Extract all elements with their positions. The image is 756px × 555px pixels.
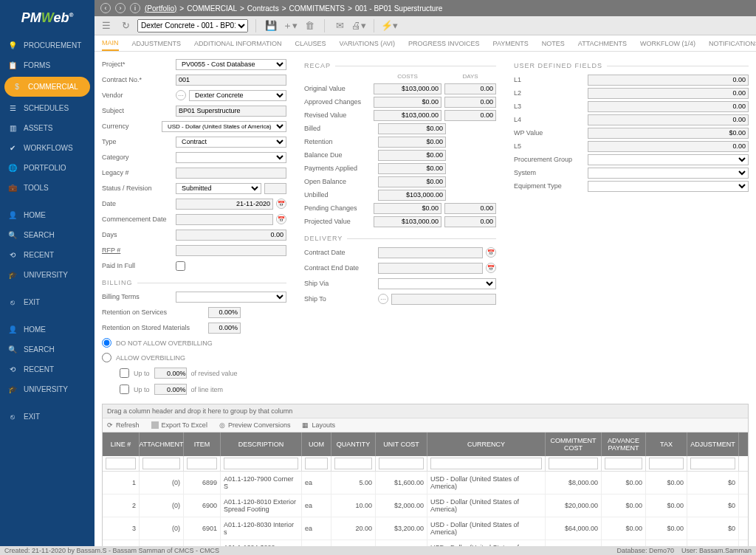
billingterms-field[interactable] xyxy=(176,292,286,303)
grid-layouts[interactable]: ▦ Layouts xyxy=(302,421,335,429)
paidinfull-checkbox[interactable] xyxy=(176,261,185,271)
grid-refresh[interactable]: ⟳ Refresh xyxy=(107,421,140,429)
grid-preview[interactable]: ◎ Preview Conversions xyxy=(219,421,291,429)
sidebar-item-exit2[interactable]: ⎋EXIT xyxy=(0,407,94,427)
filter-curr[interactable] xyxy=(430,458,542,469)
filter-tax[interactable] xyxy=(649,458,684,469)
sidebar-item-exit[interactable]: ⎋EXIT xyxy=(0,292,94,312)
nav-back-icon[interactable]: ‹ xyxy=(100,3,111,13)
sidebar-item-commercial[interactable]: $COMMERCIAL xyxy=(4,77,90,97)
tab-adjustments[interactable]: ADJUSTMENTS xyxy=(132,37,182,50)
vendor-field[interactable]: Dexter Concrete xyxy=(189,90,286,101)
sidebar-item-portfolio[interactable]: 🌐PORTFOLIO xyxy=(0,158,94,178)
upto-line-pct[interactable] xyxy=(154,384,187,395)
retsvc-field[interactable] xyxy=(208,307,241,318)
grid-export[interactable]: Export To Excel xyxy=(151,421,207,429)
grid-group-hint[interactable]: Drag a column header and drop it here to… xyxy=(103,404,748,418)
sidebar-item-recent2[interactable]: ⟲RECENT xyxy=(0,359,94,379)
vendor-picker-icon[interactable]: ⋯ xyxy=(176,90,186,100)
status-field[interactable]: Submitted xyxy=(176,183,261,194)
mail-icon[interactable]: ✉ xyxy=(332,18,347,33)
days-field[interactable] xyxy=(176,230,286,241)
commencement-field[interactable] xyxy=(176,214,273,225)
filter-att[interactable] xyxy=(142,458,180,469)
udf-field[interactable] xyxy=(588,88,749,99)
filter-qty[interactable] xyxy=(334,458,372,469)
project-field[interactable]: PV0055 - Cost Database xyxy=(176,59,286,70)
allow-overbill-radio[interactable] xyxy=(102,353,111,362)
delete-icon[interactable]: 🗑 xyxy=(302,18,317,33)
sidebar-item-search2[interactable]: 🔍SEARCH xyxy=(0,339,94,359)
upto-revised-check[interactable] xyxy=(120,368,129,378)
sidebar-item-schedules[interactable]: ☰SCHEDULES xyxy=(0,98,94,118)
no-overbill-radio[interactable] xyxy=(102,338,111,348)
filter-uom[interactable] xyxy=(305,458,328,469)
sidebar-item-procurement[interactable]: 💡PROCUREMENT xyxy=(0,35,94,55)
col-commitcost[interactable]: COMMITMENT COST xyxy=(546,432,602,456)
sidebar-item-home[interactable]: 👤HOME xyxy=(0,205,94,225)
calendar-icon[interactable]: 📅 xyxy=(276,214,286,224)
contract-date-field[interactable] xyxy=(378,247,483,258)
table-row[interactable]: 2(0)6900A01.1-120-8010 Exterior Spread F… xyxy=(103,494,748,517)
category-field[interactable] xyxy=(176,152,286,163)
sidebar-item-assets[interactable]: ▥ASSETS xyxy=(0,118,94,138)
col-item[interactable]: ITEM xyxy=(184,432,221,456)
sidebar-item-workflows[interactable]: ✔WORKFLOWS xyxy=(0,138,94,158)
filter-desc[interactable] xyxy=(224,458,298,469)
col-uom[interactable]: UOM xyxy=(302,432,331,456)
col-line[interactable]: LINE # xyxy=(103,432,140,456)
calendar-icon[interactable]: 📅 xyxy=(486,263,496,273)
filter-line[interactable] xyxy=(106,458,136,469)
tab-notes[interactable]: NOTES xyxy=(542,37,565,50)
bc-2[interactable]: Contracts xyxy=(247,4,279,13)
rfp-field[interactable] xyxy=(176,245,286,256)
udf-field[interactable] xyxy=(588,114,749,125)
filter-adj[interactable] xyxy=(690,458,735,469)
udf-select[interactable] xyxy=(588,154,749,165)
tab-notifications[interactable]: NOTIFICATIONS xyxy=(709,37,756,50)
bc-3[interactable]: COMMITMENTS xyxy=(289,4,345,13)
filter-unit[interactable] xyxy=(379,458,424,469)
sidebar-item-university2[interactable]: 🎓UNIVERSITY xyxy=(0,379,94,399)
col-attach[interactable]: ATTACHMENT xyxy=(140,432,184,456)
sidebar-item-university[interactable]: 🎓UNIVERSITY xyxy=(0,265,94,285)
info-icon[interactable]: i xyxy=(130,3,140,13)
col-advance[interactable]: ADVANCE PAYMENT xyxy=(602,432,646,456)
sidebar-item-recent[interactable]: ⟲RECENT xyxy=(0,245,94,265)
add-icon[interactable]: ＋▾ xyxy=(283,18,298,33)
sidebar-item-tools[interactable]: 💼TOOLS xyxy=(0,178,94,198)
nav-fwd-icon[interactable]: › xyxy=(115,3,126,13)
upto-revised-pct[interactable] xyxy=(154,368,187,379)
tab-attachments[interactable]: ATTACHMENTS xyxy=(578,37,627,50)
record-select[interactable]: Dexter Concrete - 001 - BP01 Supers xyxy=(137,19,248,32)
udf-field[interactable] xyxy=(588,141,749,152)
tab-additional[interactable]: ADDITIONAL INFORMATION xyxy=(194,37,282,50)
udf-select[interactable] xyxy=(588,181,749,192)
revision-field[interactable] xyxy=(264,183,286,194)
tab-payments[interactable]: PAYMENTS xyxy=(493,37,529,50)
bolt-icon[interactable]: ⚡▾ xyxy=(382,18,396,33)
tab-workflow[interactable]: WORKFLOW (1/4) xyxy=(640,37,695,50)
table-row[interactable]: 1(0)6899A01.1-120-7900 Corner Sea5.00$1,… xyxy=(103,472,748,494)
shipto-field[interactable] xyxy=(391,294,496,305)
udf-field[interactable] xyxy=(588,101,749,112)
filter-item[interactable] xyxy=(187,458,217,469)
shipvia-field[interactable] xyxy=(378,278,496,289)
filter-ap[interactable] xyxy=(605,458,642,469)
tab-progress[interactable]: PROGRESS INVOICES xyxy=(408,37,480,50)
contract-end-field[interactable] xyxy=(378,263,483,274)
upto-line-check[interactable] xyxy=(120,385,129,394)
col-desc[interactable]: DESCRIPTION xyxy=(221,432,302,456)
col-qty[interactable]: QUANTITY xyxy=(331,432,376,456)
print-icon[interactable]: 🖨▾ xyxy=(351,18,366,33)
shipto-picker-icon[interactable]: ⋯ xyxy=(378,294,388,304)
tab-clauses[interactable]: CLAUSES xyxy=(295,37,326,50)
sidebar-item-search[interactable]: 🔍SEARCH xyxy=(0,225,94,245)
tab-main[interactable]: MAIN xyxy=(102,36,119,51)
save-icon[interactable]: 💾 xyxy=(264,18,278,33)
table-row[interactable]: 4(0)6903A01.1-1294-3000 Foundation Under… xyxy=(103,540,748,546)
retmat-field[interactable] xyxy=(208,323,241,334)
date-field[interactable] xyxy=(176,199,273,210)
tab-variations[interactable]: VARIATIONS (AVI) xyxy=(340,37,396,50)
col-adj[interactable]: ADJUSTMENT xyxy=(687,432,739,456)
